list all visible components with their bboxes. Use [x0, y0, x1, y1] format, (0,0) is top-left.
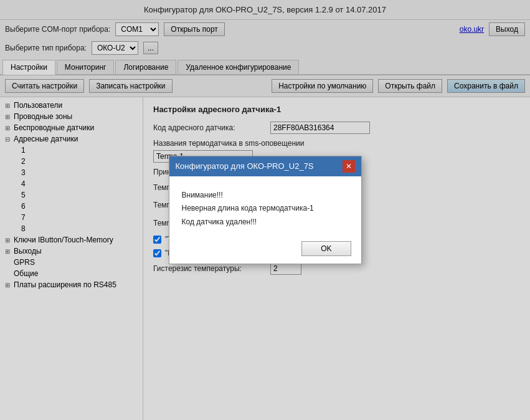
dialog-footer: OK — [169, 236, 361, 264]
dialog-line2: Неверная длина кода термодатчика-1 — [182, 202, 349, 216]
dialog-ok-button[interactable]: OK — [301, 241, 351, 256]
dialog-body: Внимание!!! Неверная длина кода термодат… — [169, 176, 361, 237]
dialog-box: Конфигуратор для ОКО-PRO_U2_7S ✕ Внимани… — [169, 156, 362, 265]
dialog-line3: Код датчика удален!!! — [182, 216, 349, 229]
dialog-close-button[interactable]: ✕ — [343, 160, 355, 173]
dialog-overlay: Конфигуратор для ОКО-PRO_U2_7S ✕ Внимани… — [0, 0, 530, 420]
dialog-line1: Внимание!!! — [182, 189, 349, 203]
dialog-title: Конфигуратор для ОКО-PRO_U2_7S — [176, 161, 314, 171]
dialog-title-bar: Конфигуратор для ОКО-PRO_U2_7S ✕ — [169, 156, 361, 176]
